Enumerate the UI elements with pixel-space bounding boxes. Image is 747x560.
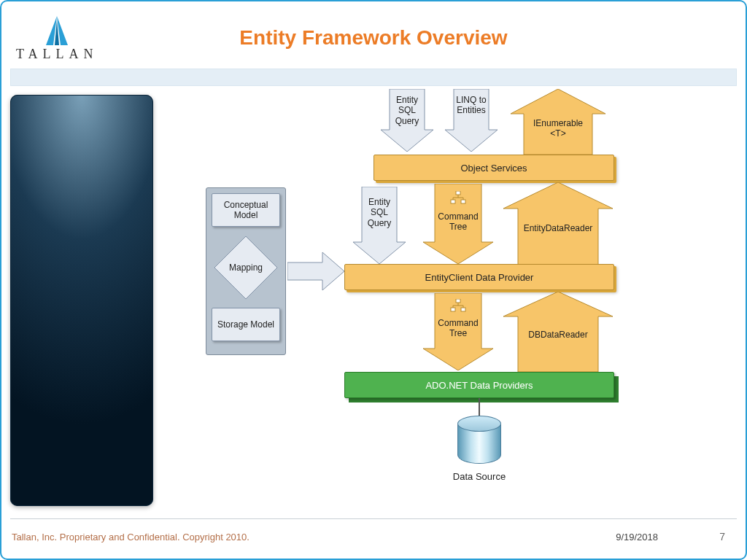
svg-rect-25 [461,308,465,311]
ado-net-label: ADO.NET Data Providers [425,380,533,391]
entity-sql-query-arrow-1: Entity SQL Query [381,89,433,152]
storage-model-box: Storage Model [212,308,280,341]
command-tree-label-2: Command Tree [430,318,486,339]
title-underline [10,69,737,86]
entityclient-box: EntityClient Data Provider [344,264,614,290]
ienumerable-label: IEnumerable <T> [525,118,591,139]
svg-rect-16 [461,200,465,203]
footer-page-number: 7 [719,531,725,542]
mapping-label: Mapping [213,262,279,273]
svg-rect-10 [456,191,460,195]
svg-rect-15 [451,200,455,203]
page-title: Entity Framework Overview [1,26,746,50]
command-tree-arrow-1: Command Tree [423,184,493,264]
footer-date: 9/19/2018 [616,532,658,542]
linq-to-entities-label: LINQ to Entities [454,95,489,116]
tree-icon [449,299,467,312]
entity-data-reader-arrow: EntityDataReader [503,182,613,265]
object-services-box: Object Services [374,155,614,181]
diagram-canvas: Conceptual Model Mapping Storage Model E… [169,89,738,508]
command-tree-arrow-2: Command Tree [423,293,493,370]
command-tree-label-1: Command Tree [430,211,486,233]
ienumerable-arrow: IEnumerable <T> [511,89,605,155]
connector-line [479,398,480,417]
svg-rect-19 [456,299,460,303]
conceptual-model-label: Conceptual Model [212,200,279,221]
mapping-diamond: Mapping [213,235,279,300]
arrow-right-icon [287,251,346,292]
slide: TALLAN Entity Framework Overview Concept… [0,0,747,560]
db-data-reader-label: DBDataReader [521,330,595,340]
sidebar-panel [10,95,153,506]
footer-copyright: Tallan, Inc. Proprietary and Confidentia… [12,532,249,542]
entity-sql-query-label-1: Entity SQL Query [390,95,425,126]
entity-data-reader-label: EntityDataReader [521,223,595,233]
linq-to-entities-arrow: LINQ to Entities [445,89,498,152]
tree-icon [449,191,467,204]
footer-divider [10,518,737,519]
entity-sql-query-arrow-2: Entity SQL Query [353,187,406,264]
entity-sql-query-label-2: Entity SQL Query [362,197,397,228]
data-source-label: Data Source [439,471,519,483]
db-data-reader-arrow: DBDataReader [503,292,613,372]
conceptual-model-box: Conceptual Model [212,193,280,227]
datasource-cylinder-top-icon [457,416,501,432]
storage-model-label: Storage Model [217,319,274,330]
ado-net-box: ADO.NET Data Providers [344,372,614,398]
entityclient-label: EntityClient Data Provider [425,272,534,283]
object-services-label: Object Services [460,163,527,174]
svg-rect-24 [451,308,455,311]
svg-marker-4 [287,252,344,290]
